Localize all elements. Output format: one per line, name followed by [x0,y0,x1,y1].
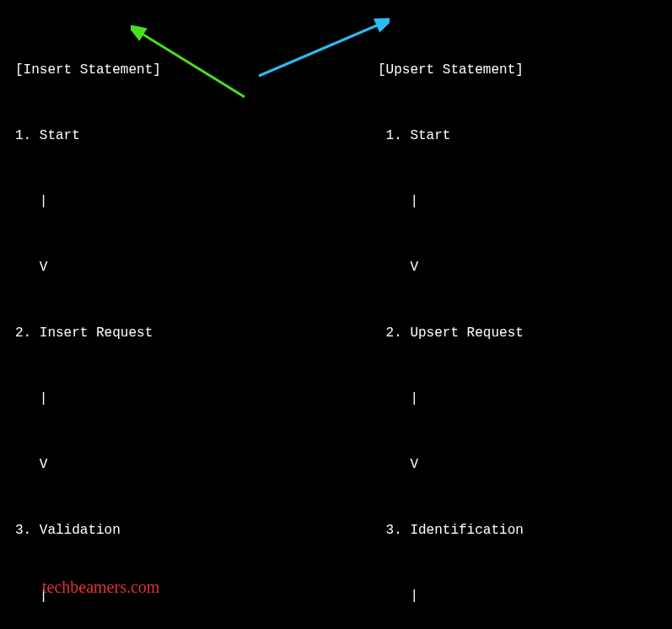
insert-line: V [15,255,378,280]
upsert-line: | [378,386,664,411]
upsert-statement-column: [Upsert Statement] 1. Start | V 2. Upser… [378,17,664,629]
upsert-line: 3. Identification [378,518,664,543]
upsert-line: 1. Start [378,123,664,148]
insert-line: | [15,189,378,214]
insert-line: 2. Insert Request [15,320,378,346]
upsert-line: | [378,583,664,609]
insert-title: [Insert Statement] [15,57,378,83]
upsert-line: V [378,452,664,477]
upsert-line: | [378,189,664,214]
insert-statement-column: [Insert Statement] 1. Start | V 2. Inser… [15,17,378,629]
upsert-line: 2. Upsert Request [378,320,664,346]
insert-line: 3. Validation [15,518,378,543]
insert-line: V [15,452,378,477]
watermark-text: techbeamers.com [42,574,159,599]
insert-line: | [15,386,378,411]
diagram-container: [Insert Statement] 1. Start | V 2. Inser… [0,0,672,629]
upsert-line: V [378,255,664,280]
upsert-title: [Upsert Statement] [378,57,664,83]
insert-line: 1. Start [15,123,378,148]
